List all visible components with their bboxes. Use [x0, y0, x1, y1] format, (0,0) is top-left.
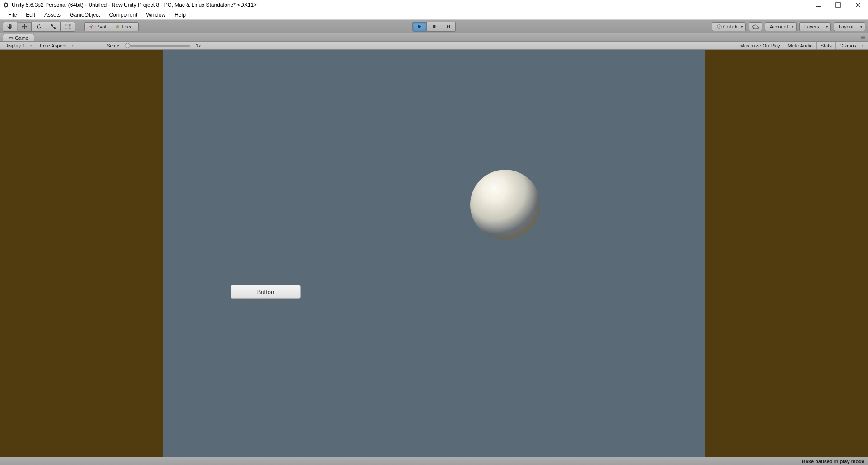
layout-dropdown[interactable]: Layout — [834, 22, 865, 31]
menu-file[interactable]: File — [4, 11, 21, 19]
unity-logo-icon — [3, 2, 9, 8]
menu-help[interactable]: Help — [170, 11, 190, 19]
pause-button[interactable] — [427, 22, 441, 32]
svg-rect-4 — [66, 25, 70, 28]
gizmos-dropdown[interactable]: Gizmos — [835, 42, 867, 49]
stats-label: Stats — [821, 43, 832, 48]
aspect-label: Free Aspect — [40, 43, 66, 48]
svg-rect-12 — [434, 25, 435, 28]
window-minimize-button[interactable] — [814, 0, 823, 9]
menu-assets[interactable]: Assets — [40, 11, 65, 19]
panel-options-button[interactable] — [860, 34, 866, 41]
svg-rect-13 — [449, 25, 450, 28]
scene-ui-button-label: Button — [257, 289, 274, 295]
scale-label: Scale — [104, 43, 122, 48]
layout-label: Layout — [839, 24, 854, 29]
game-viewport-wrapper: Button — [0, 50, 868, 457]
status-bar: Bake paused in play mode — [0, 457, 868, 465]
account-label: Account — [770, 24, 788, 29]
play-button[interactable] — [412, 22, 427, 32]
tab-game-label: Game — [15, 35, 28, 41]
mute-label: Mute Audio — [788, 43, 813, 48]
local-toggle[interactable]: Local — [111, 22, 138, 31]
hand-tool-button[interactable] — [3, 22, 17, 32]
menu-component[interactable]: Component — [104, 11, 142, 19]
cloud-button[interactable] — [749, 22, 762, 31]
game-toolbar: Display 1 Free Aspect Scale 1x Maximize … — [0, 42, 868, 50]
svg-point-7 — [65, 28, 66, 29]
svg-point-5 — [65, 24, 66, 26]
scene-ui-button[interactable]: Button — [231, 285, 301, 299]
status-message: Bake paused in play mode — [802, 459, 868, 464]
svg-rect-1 — [836, 3, 840, 7]
maximize-on-play-toggle[interactable]: Maximize On Play — [736, 42, 784, 49]
menu-edit[interactable]: Edit — [21, 11, 40, 19]
tab-game[interactable]: Game — [3, 34, 34, 41]
svg-point-8 — [69, 28, 71, 29]
scale-tool-button[interactable] — [46, 22, 61, 32]
svg-rect-0 — [816, 6, 821, 7]
pivot-local-toggles: Pivot Local — [84, 22, 139, 31]
game-viewport[interactable]: Button — [163, 50, 705, 457]
collab-label: Collab — [723, 24, 737, 29]
account-dropdown[interactable]: Account — [765, 22, 797, 31]
play-controls — [412, 22, 456, 32]
svg-point-6 — [69, 24, 71, 26]
svg-rect-15 — [861, 36, 865, 36]
window-title: Unity 5.6.3p2 Personal (64bit) - Untitle… — [12, 2, 814, 8]
gizmos-label: Gizmos — [840, 43, 856, 48]
menubar: File Edit Assets GameObject Component Wi… — [0, 10, 868, 20]
maximize-label: Maximize On Play — [740, 43, 780, 48]
window-close-button[interactable] — [854, 0, 863, 9]
svg-rect-17 — [861, 39, 865, 39]
transform-tools — [3, 22, 75, 32]
mute-audio-toggle[interactable]: Mute Audio — [784, 42, 816, 49]
main-toolbar: Pivot Local Collab Account Layers — [0, 20, 868, 33]
scale-slider-thumb[interactable] — [125, 43, 130, 48]
aspect-dropdown[interactable]: Free Aspect — [36, 42, 104, 49]
local-label: Local — [122, 24, 133, 29]
svg-rect-16 — [861, 37, 865, 38]
menu-gameobject[interactable]: GameObject — [65, 11, 104, 19]
menu-window[interactable]: Window — [142, 11, 170, 19]
collab-dropdown[interactable]: Collab — [712, 22, 746, 31]
window-maximize-button[interactable] — [834, 0, 843, 9]
svg-point-9 — [90, 26, 92, 28]
svg-rect-11 — [433, 25, 434, 28]
pivot-label: Pivot — [95, 24, 106, 29]
pivot-toggle[interactable]: Pivot — [84, 22, 111, 31]
window-titlebar: Unity 5.6.3p2 Personal (64bit) - Untitle… — [0, 0, 868, 10]
step-button[interactable] — [441, 22, 456, 32]
scene-sphere — [470, 170, 540, 240]
scale-value: 1x — [193, 43, 204, 48]
stats-toggle[interactable]: Stats — [816, 42, 835, 49]
panel-tab-bar: Game — [0, 33, 868, 42]
layers-dropdown[interactable]: Layers — [799, 22, 831, 31]
display-dropdown[interactable]: Display 1 — [1, 42, 36, 49]
move-tool-button[interactable] — [17, 22, 32, 32]
layers-label: Layers — [804, 24, 819, 29]
display-label: Display 1 — [5, 43, 25, 48]
scale-slider[interactable] — [125, 45, 190, 47]
rotate-tool-button[interactable] — [32, 22, 46, 32]
rect-tool-button[interactable] — [61, 22, 75, 32]
game-tab-icon — [9, 36, 13, 40]
